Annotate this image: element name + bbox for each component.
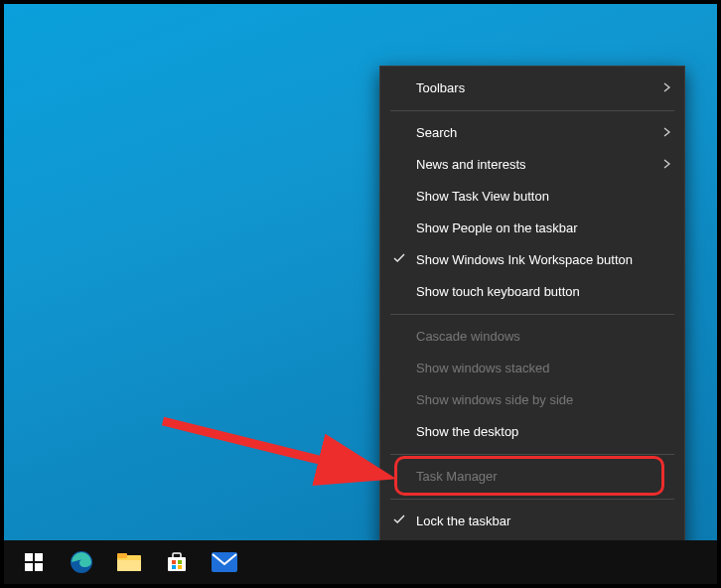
menu-item-label: Show the desktop [416, 416, 518, 448]
chevron-right-icon [662, 149, 672, 181]
check-icon [392, 506, 406, 537]
svg-rect-15 [212, 552, 237, 572]
menu-item-show-people[interactable]: Show People on the taskbar [380, 213, 684, 244]
taskbar-app-file-explorer[interactable] [105, 540, 153, 584]
folder-icon [116, 551, 142, 573]
menu-item-news-and-interests[interactable]: News and interests [380, 149, 684, 181]
menu-item-lock-the-taskbar[interactable]: Lock the taskbar [380, 506, 684, 537]
edge-icon [69, 549, 94, 575]
svg-rect-4 [35, 563, 43, 571]
menu-item-label: Show windows stacked [416, 353, 549, 384]
menu-item-show-task-view-button[interactable]: Show Task View button [380, 181, 684, 213]
taskbar-context-menu: Toolbars Search News and interests Show … [379, 66, 685, 576]
menu-item-show-windows-side-by-side: Show windows side by side [380, 384, 684, 416]
svg-rect-8 [117, 560, 141, 571]
menu-item-label: Cascade windows [416, 321, 520, 353]
menu-separator [390, 499, 674, 500]
menu-separator [390, 454, 674, 455]
menu-item-label: Show touch keyboard button [416, 276, 580, 308]
check-icon [392, 244, 406, 276]
svg-rect-12 [178, 560, 182, 564]
menu-item-label: Search [416, 117, 457, 149]
menu-separator [390, 314, 674, 315]
mail-icon [211, 551, 238, 573]
chevron-right-icon [662, 73, 672, 104]
menu-item-show-the-desktop[interactable]: Show the desktop [380, 416, 684, 448]
svg-rect-11 [172, 560, 176, 564]
menu-item-show-touch-keyboard[interactable]: Show touch keyboard button [380, 276, 684, 308]
chevron-right-icon [662, 117, 672, 149]
svg-rect-9 [168, 557, 186, 571]
svg-rect-10 [173, 553, 181, 558]
menu-item-toolbars[interactable]: Toolbars [380, 73, 684, 104]
menu-item-cascade-windows: Cascade windows [380, 321, 684, 353]
start-button[interactable] [10, 540, 58, 584]
menu-item-label: Task Manager [416, 461, 498, 493]
windows-logo-icon [25, 553, 43, 571]
store-icon [165, 550, 189, 574]
menu-item-show-windows-ink[interactable]: Show Windows Ink Workspace button [380, 244, 684, 276]
menu-item-label: Show People on the taskbar [416, 213, 578, 244]
svg-rect-7 [117, 553, 127, 558]
menu-item-search[interactable]: Search [380, 117, 684, 149]
svg-rect-13 [172, 565, 176, 569]
svg-rect-14 [178, 565, 182, 569]
svg-rect-1 [25, 553, 33, 561]
menu-separator [390, 110, 674, 111]
menu-item-label: Toolbars [416, 73, 465, 104]
menu-item-show-windows-stacked: Show windows stacked [380, 353, 684, 384]
taskbar-app-edge[interactable] [58, 540, 105, 584]
taskbar[interactable] [4, 540, 717, 584]
svg-rect-2 [35, 553, 43, 561]
taskbar-app-microsoft-store[interactable] [153, 540, 201, 584]
menu-item-label: Show windows side by side [416, 384, 573, 416]
menu-item-label: Lock the taskbar [416, 506, 510, 537]
menu-item-label: Show Task View button [416, 181, 549, 213]
menu-item-task-manager[interactable]: Task Manager [380, 461, 684, 493]
menu-item-label: News and interests [416, 149, 526, 181]
taskbar-app-mail[interactable] [201, 540, 248, 584]
svg-rect-3 [25, 563, 33, 571]
menu-item-label: Show Windows Ink Workspace button [416, 244, 633, 276]
